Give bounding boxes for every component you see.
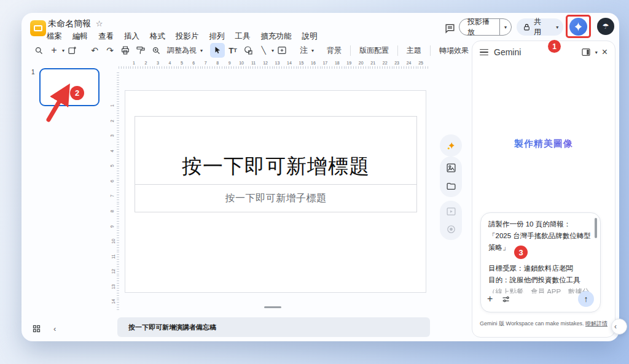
menu-item-5[interactable]: 投影片: [176, 31, 199, 42]
toolbar-divider: [350, 45, 351, 56]
h-ruler-tick: 5: [181, 61, 183, 65]
menu-item-7[interactable]: 工具: [235, 31, 251, 42]
text-box-icon[interactable]: TT: [225, 43, 240, 58]
toolbar-button-3[interactable]: 轉場效果: [434, 45, 474, 56]
toolbar-button-0[interactable]: 背景: [321, 45, 347, 56]
line-tool-caret[interactable]: ▾: [272, 48, 274, 53]
line-tool-icon[interactable]: ╲: [256, 43, 271, 58]
undo-icon[interactable]: ↶: [87, 43, 102, 58]
v-ruler-tick: 14: [111, 300, 115, 304]
notes-resize-handle[interactable]: [264, 306, 281, 308]
h-ruler-tick: 14: [287, 61, 292, 65]
new-slide-caret[interactable]: ▾: [62, 48, 64, 53]
insert-image-icon[interactable]: [275, 43, 289, 58]
prompt-line-1: 「2025 台灣手搖飲品牌數位轉型: [488, 230, 592, 242]
menu-item-8[interactable]: 擴充功能: [261, 31, 292, 42]
annotation-step-1: 1: [548, 40, 561, 53]
title-placeholder[interactable]: 按一下即可新增標題: [135, 116, 417, 185]
user-avatar[interactable]: ☂: [597, 18, 614, 35]
share-button[interactable]: 共用 ▾: [517, 18, 563, 36]
menu-item-0[interactable]: 檔案: [47, 31, 62, 42]
present-dropdown-caret[interactable]: ▾: [500, 25, 511, 30]
close-panel-icon[interactable]: ×: [602, 47, 608, 58]
folder-rail-icon[interactable]: [443, 179, 458, 193]
comment-tool-button[interactable]: 注: [297, 45, 311, 56]
menu-item-3[interactable]: 插入: [124, 31, 139, 42]
gemini-prompt-input[interactable]: 請製作一份 10 頁的簡報：「2025 台灣手搖飲品牌數位轉型策略」目標受眾：連…: [480, 212, 601, 312]
toolbar-divider: [397, 45, 398, 56]
print-icon[interactable]: [118, 43, 133, 58]
add-attachment-icon[interactable]: +: [487, 293, 493, 304]
h-ruler-tick: 21: [370, 61, 375, 65]
h-ruler-tick: 6: [192, 61, 195, 65]
h-ruler-tick: 18: [335, 61, 340, 65]
h-ruler-tick: 10: [239, 61, 244, 65]
fit-zoom-caret[interactable]: ▾: [200, 48, 203, 53]
rail-insert-group: [440, 157, 462, 197]
gemini-panel-header: Gemini ▾ ×: [472, 41, 615, 63]
send-prompt-button[interactable]: ↑: [578, 291, 594, 307]
filmstrip-collapse-icon[interactable]: ‹: [53, 324, 56, 333]
open-in-side-panel-icon[interactable]: [581, 47, 591, 57]
h-ruler-tick: 24: [407, 61, 412, 65]
h-ruler-tick: 20: [359, 61, 364, 65]
h-ruler-tick: 2: [145, 61, 147, 65]
h-ruler-tick: 11: [251, 61, 256, 65]
comment-tool-caret[interactable]: ▾: [311, 48, 314, 53]
panel-options-caret[interactable]: ▾: [595, 50, 598, 55]
slideshow-rail-icon[interactable]: [443, 204, 458, 219]
star-icon[interactable]: ☆: [96, 19, 103, 28]
share-dropdown-caret[interactable]: ▾: [551, 25, 563, 30]
redo-icon[interactable]: ↷: [103, 43, 117, 58]
menu-item-9[interactable]: 說明: [302, 31, 318, 42]
h-ruler-tick: 1: [133, 61, 135, 65]
grid-view-icon[interactable]: [32, 324, 41, 333]
vertical-ruler: 1234567891011121314: [111, 71, 119, 311]
document-title[interactable]: 未命名簡報 ☆: [48, 18, 103, 29]
new-slide-plus-icon[interactable]: +: [47, 43, 61, 58]
prompt-line-0: 請製作一份 10 頁的簡報：: [488, 219, 592, 230]
h-ruler-tick: 8: [216, 61, 219, 65]
insert-image-rail-icon[interactable]: [443, 160, 458, 175]
present-button[interactable]: 投影播放 ▾: [459, 18, 512, 36]
gemini-sparkle-button[interactable]: [569, 18, 587, 36]
v-ruler-tick: 7: [110, 195, 114, 197]
toolbar-button-1[interactable]: 版面配置: [354, 45, 394, 56]
open-comments-icon[interactable]: [444, 23, 456, 34]
zoom-icon[interactable]: [149, 43, 163, 58]
gemini-panel-title: Gemini: [494, 47, 521, 57]
prompt-scrollbar[interactable]: [595, 218, 597, 238]
h-ruler-tick: 12: [263, 61, 268, 65]
h-ruler-tick: 23: [394, 61, 399, 65]
h-ruler-tick: 15: [299, 61, 304, 65]
toolbar-text-buttons: 背景版面配置主題轉場效果: [321, 45, 474, 56]
panel-edge-collapse-handle[interactable]: ‹: [611, 319, 627, 335]
tune-options-icon[interactable]: [501, 295, 510, 304]
gemini-magic-icon[interactable]: [443, 138, 458, 153]
record-rail-icon[interactable]: [443, 222, 458, 237]
menu-item-2[interactable]: 查看: [98, 31, 114, 42]
learn-more-link[interactable]: 瞭解詳情: [585, 320, 608, 327]
menu-item-6[interactable]: 排列: [209, 31, 225, 42]
v-ruler-tick: 12: [111, 269, 115, 274]
select-tool-icon[interactable]: [210, 43, 225, 58]
v-ruler-tick: 9: [110, 225, 114, 228]
duplicate-slide-icon[interactable]: [65, 43, 80, 58]
avatar-umbrella-icon: ☂: [603, 22, 609, 31]
toolbar-button-2[interactable]: 主題: [401, 45, 427, 56]
gemini-menu-icon[interactable]: [480, 49, 488, 56]
h-ruler-tick: 22: [383, 61, 388, 65]
search-menus-icon[interactable]: [31, 43, 46, 58]
v-ruler-tick: 1: [110, 104, 114, 107]
paint-format-icon[interactable]: [133, 43, 148, 58]
fit-zoom-select[interactable]: 調整為視: [164, 45, 200, 56]
annotation-highlight-box: [566, 15, 591, 38]
annotation-arrow: [36, 80, 97, 129]
shape-icon[interactable]: [241, 43, 256, 58]
subtitle-placeholder[interactable]: 按一下即可新增子標題: [135, 184, 417, 212]
menu-item-1[interactable]: 編輯: [72, 31, 88, 42]
speaker-notes[interactable]: 按一下即可新增演講者備忘稿: [117, 317, 430, 337]
slide-canvas[interactable]: 按一下即可新增標題 按一下即可新增子標題: [125, 90, 426, 293]
menu-item-4[interactable]: 格式: [150, 31, 165, 42]
prompt-line-5: 目的：說服他們投資數位工具: [488, 274, 592, 286]
